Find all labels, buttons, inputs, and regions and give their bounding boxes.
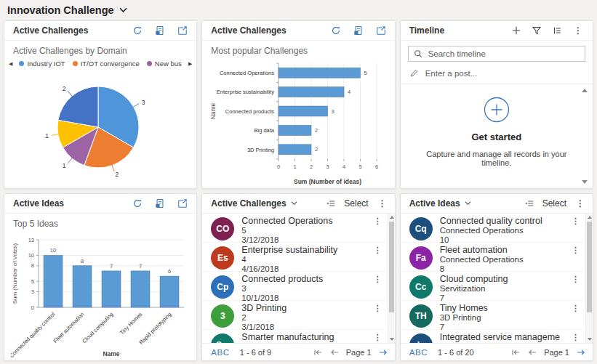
- pie-chart[interactable]: 32112: [12, 69, 188, 185]
- svg-text:3D Printing: 3D Printing: [247, 147, 274, 153]
- next-page-icon[interactable]: [378, 347, 388, 357]
- item-votes: 8: [440, 264, 560, 274]
- svg-text:Big data: Big data: [254, 127, 274, 134]
- more-commands-icon[interactable]: ⋮: [572, 25, 584, 36]
- add-record-icon[interactable]: [511, 25, 521, 36]
- item-count: 2: [241, 313, 361, 323]
- refresh-icon[interactable]: [331, 25, 341, 36]
- page-indicator: Page 1: [544, 348, 569, 357]
- svg-text:4: 4: [342, 163, 345, 170]
- scroll-down-icon[interactable]: [582, 180, 588, 184]
- idea-list-item[interactable]: TH Tiny Homes 3D Printing 7 ⋮: [401, 301, 585, 330]
- item-date: 3/12/2018: [241, 235, 361, 245]
- page-title[interactable]: Innovation Challenge: [7, 4, 114, 16]
- legend-item[interactable]: Industry IOT: [19, 60, 65, 68]
- svg-text:3: 3: [326, 163, 329, 170]
- list-title-dropdown[interactable]: Active Ideas: [409, 198, 471, 209]
- dashboard-grid: Active Challenges Active Challenges by D…: [4, 20, 593, 361]
- svg-text:Name: Name: [103, 350, 120, 357]
- search-input[interactable]: [427, 49, 580, 59]
- most-popular-challenges-chart[interactable]: 0123456Connected Operations5Enterprise s…: [209, 57, 388, 187]
- post-input[interactable]: Enter a post...: [401, 62, 593, 84]
- expand-entries-icon[interactable]: [552, 25, 562, 36]
- idea-list-item[interactable]: Fa Fleet automation Connected Operations…: [401, 243, 585, 272]
- scroll-down-icon[interactable]: [390, 338, 394, 341]
- idea-list-item[interactable]: Is Integrated service management Connect…: [401, 330, 585, 343]
- challenge-list-item[interactable]: Cp Connected products 3 10/1/2018 ⋮: [202, 272, 387, 301]
- challenge-list-item[interactable]: 3 3D Printing 2 3/1/2018 ⋮: [202, 301, 387, 330]
- row-more-icon[interactable]: ⋮: [567, 333, 584, 342]
- view-records-icon[interactable]: [155, 198, 165, 209]
- list-scrollbar[interactable]: [388, 214, 395, 343]
- select-button[interactable]: Select: [542, 198, 566, 209]
- list-header: Active Challenges Select ⋮: [202, 194, 394, 213]
- challenge-list-item[interactable]: Sm Smarter manufacturing 2 ⋮: [202, 330, 387, 343]
- item-title: 3D Printing: [241, 304, 361, 313]
- svg-text:6: 6: [375, 163, 378, 170]
- row-more-icon[interactable]: ⋮: [369, 217, 386, 226]
- avatar: Fa: [409, 246, 433, 270]
- expand-chart-icon[interactable]: [376, 25, 386, 36]
- previous-page-icon[interactable]: [329, 347, 340, 357]
- row-more-icon[interactable]: ⋮: [369, 304, 386, 313]
- list-header: Active Ideas Select ⋮: [401, 194, 593, 213]
- pie-legend: ◀ Industry IOT IT/OT convergence New bus…: [4, 56, 196, 68]
- row-more-icon[interactable]: ⋮: [567, 304, 584, 313]
- scrollbar-thumb[interactable]: [587, 222, 592, 312]
- top-5-ideas-chart[interactable]: 0358101310Connected quality control8Flee…: [11, 230, 190, 358]
- svg-text:2: 2: [116, 171, 119, 178]
- next-page-icon[interactable]: [576, 347, 586, 357]
- timeline-content: Get started Capture and manage all recor…: [401, 84, 593, 188]
- refresh-icon[interactable]: [132, 198, 143, 209]
- row-more-icon[interactable]: ⋮: [567, 217, 584, 226]
- row-more-icon[interactable]: ⋮: [567, 275, 584, 284]
- refresh-icon[interactable]: [132, 25, 143, 36]
- get-started-plus-icon[interactable]: [483, 96, 510, 124]
- item-count: 3: [241, 284, 361, 294]
- legend-prev-icon[interactable]: ◀: [9, 61, 12, 67]
- expand-chart-icon[interactable]: [177, 25, 188, 36]
- list-footer: ABC 1 - 6 of 20 Page 1: [401, 343, 593, 360]
- legend-next-icon[interactable]: ▶: [188, 61, 192, 67]
- search-icon: [414, 49, 422, 58]
- show-as-icon[interactable]: [326, 198, 336, 209]
- challenge-list-item[interactable]: CO Connected Operations 5 3/12/2018 ⋮: [202, 214, 387, 243]
- filter-icon[interactable]: [532, 25, 542, 36]
- scroll-up-icon[interactable]: [390, 216, 394, 219]
- chevron-down-icon[interactable]: [119, 7, 127, 13]
- scrollbar-thumb[interactable]: [389, 222, 394, 312]
- scroll-up-icon[interactable]: [588, 216, 592, 219]
- svg-text:Cloud computing: Cloud computing: [81, 311, 114, 344]
- list-title-dropdown[interactable]: Active Challenges: [211, 198, 297, 209]
- more-commands-icon[interactable]: ⋮: [574, 198, 586, 209]
- row-more-icon[interactable]: ⋮: [369, 275, 386, 284]
- first-page-icon[interactable]: [510, 347, 521, 357]
- idea-list-item[interactable]: Cq Connected quality control Connected O…: [401, 214, 585, 243]
- row-more-icon[interactable]: ⋮: [369, 333, 386, 342]
- expand-chart-icon[interactable]: [177, 198, 188, 209]
- legend-item[interactable]: New business models: [147, 60, 182, 68]
- jump-bar-button[interactable]: ABC: [211, 348, 229, 357]
- legend-item[interactable]: IT/OT convergence: [73, 60, 140, 68]
- scroll-down-icon[interactable]: [588, 338, 592, 341]
- idea-list-item[interactable]: Cc Cloud computing Servitization 7 ⋮: [401, 272, 585, 301]
- list-scrollbar[interactable]: [585, 214, 593, 343]
- row-more-icon[interactable]: ⋮: [567, 246, 584, 255]
- view-records-icon[interactable]: [353, 25, 364, 36]
- scroll-up-icon[interactable]: [582, 89, 588, 92]
- svg-text:3: 3: [31, 288, 34, 295]
- challenge-list-item[interactable]: Es Enterprise sustainability 4 4/16/2018…: [202, 243, 387, 272]
- previous-page-icon[interactable]: [527, 347, 537, 357]
- svg-text:2: 2: [63, 85, 66, 92]
- jump-bar-button[interactable]: ABC: [409, 348, 428, 357]
- more-commands-icon[interactable]: ⋮: [377, 198, 388, 209]
- post-placeholder: Enter a post...: [425, 69, 478, 78]
- show-as-icon[interactable]: [524, 198, 534, 209]
- panel-title: Active Challenges: [13, 25, 88, 36]
- item-challenge: Connected Operations: [440, 226, 560, 235]
- row-more-icon[interactable]: ⋮: [369, 246, 386, 255]
- first-page-icon[interactable]: [313, 347, 323, 357]
- svg-text:Fleet automation: Fleet automation: [52, 311, 86, 344]
- view-records-icon[interactable]: [155, 25, 165, 36]
- select-button[interactable]: Select: [344, 198, 368, 209]
